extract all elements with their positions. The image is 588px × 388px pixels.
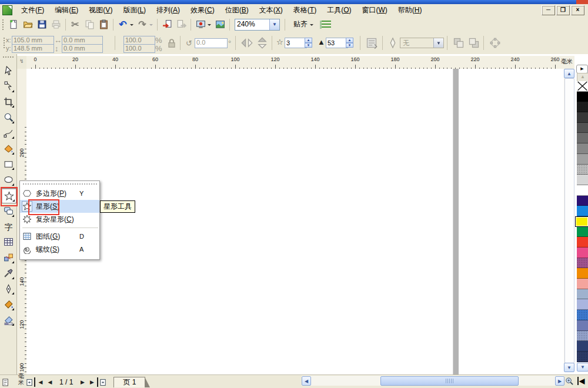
launcher-dropdown-arrow[interactable] xyxy=(208,24,211,28)
palette-swatch-40-black[interactable] xyxy=(577,154,588,165)
menu-item-f[interactable]: 文件(F) xyxy=(16,4,49,16)
close-button[interactable]: × xyxy=(571,5,584,15)
palette-swatch-30-black[interactable] xyxy=(577,165,588,175)
cut-button[interactable]: ✂ xyxy=(69,18,82,31)
palette-swatch-yellow[interactable] xyxy=(575,216,588,227)
palette-swatch-50-black[interactable] xyxy=(577,143,588,154)
new-button[interactable] xyxy=(7,18,20,31)
menu-item-c[interactable]: 效果(C) xyxy=(185,4,220,16)
convert-to-curves-button[interactable] xyxy=(489,37,501,49)
toolbar-grip[interactable] xyxy=(2,19,5,31)
pick-tool[interactable] xyxy=(1,63,15,78)
to-front-button[interactable] xyxy=(453,37,465,49)
zoom-tool-status-icon[interactable] xyxy=(565,377,574,387)
palette-swatch-slate-blue[interactable] xyxy=(577,320,588,331)
save-button[interactable] xyxy=(35,18,48,31)
flyout-item-spiral[interactable]: 螺纹(S)A xyxy=(20,243,99,256)
x-position-field[interactable]: 105.0 mm xyxy=(12,36,54,45)
smart-fill-tool[interactable] xyxy=(1,142,15,156)
outline-width-dropdown-button[interactable]: ▼ xyxy=(433,38,443,48)
menu-item-v[interactable]: 视图(V) xyxy=(83,4,118,16)
menu-item-w[interactable]: 窗口(W) xyxy=(356,4,392,16)
lock-ratio-button[interactable] xyxy=(166,38,178,49)
export-button[interactable] xyxy=(175,18,188,31)
application-launcher-button[interactable] xyxy=(194,18,207,31)
palette-swatch-80-black[interactable] xyxy=(577,112,588,123)
view-navigator-icon[interactable]: ◀ xyxy=(577,377,584,385)
import-button[interactable] xyxy=(161,18,173,31)
star-points-spinner[interactable]: ▲▼ xyxy=(305,38,312,48)
rectangle-tool[interactable] xyxy=(1,157,15,171)
horizontal-scrollbar[interactable]: ◀ ▶ xyxy=(302,376,564,386)
flyout-item-polygon[interactable]: 多边形(P)Y xyxy=(20,187,99,200)
welcome-screen-button[interactable] xyxy=(213,18,226,31)
menu-item-e[interactable]: 编辑(E) xyxy=(49,4,83,16)
fill-tool[interactable] xyxy=(1,297,15,312)
palette-swatch-20-black[interactable] xyxy=(577,175,588,185)
palette-scroll-up-button[interactable]: ▲ xyxy=(577,73,588,82)
first-page-button[interactable]: ◀ xyxy=(34,377,45,387)
palette-swatch-magenta[interactable] xyxy=(577,247,588,258)
palette-swatch-periwinkle[interactable] xyxy=(577,299,588,310)
palette-swatch-green[interactable] xyxy=(577,227,588,238)
menu-item-a[interactable]: 排列(A) xyxy=(151,4,185,16)
palette-swatch-pink[interactable] xyxy=(577,279,588,289)
ellipse-tool[interactable] xyxy=(1,173,15,187)
print-button[interactable] xyxy=(49,18,62,31)
scroll-up-button[interactable]: ▲ xyxy=(564,69,574,78)
crop-tool[interactable] xyxy=(1,95,15,109)
paste-button[interactable] xyxy=(97,18,110,31)
mirror-vertical-button[interactable] xyxy=(256,37,268,49)
palette-swatch-none[interactable] xyxy=(577,81,588,92)
shape-tool[interactable] xyxy=(1,79,15,93)
menu-item-o[interactable]: 工具(O) xyxy=(322,4,356,16)
vertical-scrollbar[interactable]: ▲ ▼ xyxy=(564,69,574,372)
zoom-level-combo[interactable]: 240% ▼ xyxy=(235,19,280,31)
flyout-grip[interactable] xyxy=(22,183,97,186)
menu-item-x[interactable]: 文本(X) xyxy=(254,4,288,16)
text-tool[interactable]: 字 xyxy=(1,219,15,233)
redo-button[interactable]: ↷ xyxy=(136,18,149,31)
wrap-text-button[interactable] xyxy=(366,37,377,49)
sharpness-field[interactable]: 53 xyxy=(326,38,348,48)
restore-button[interactable]: ❐ xyxy=(556,5,570,15)
y-position-field[interactable]: 148.5 mm xyxy=(12,44,54,53)
snap-dropdown-arrow[interactable] xyxy=(310,24,313,28)
palette-swatch-70-black[interactable] xyxy=(577,123,588,133)
next-page-button[interactable]: ▶ xyxy=(78,377,87,387)
table-tool[interactable] xyxy=(1,235,15,249)
vertical-scroll-thumb[interactable] xyxy=(564,78,574,363)
menu-item-l[interactable]: 版面(L) xyxy=(118,4,151,16)
options-icon[interactable] xyxy=(320,21,331,29)
palette-swatch-red[interactable] xyxy=(577,237,588,247)
scroll-down-button[interactable]: ▼ xyxy=(564,363,574,372)
previous-page-button[interactable]: ◀ xyxy=(45,377,55,387)
redo-dropdown-arrow[interactable] xyxy=(149,24,153,28)
zoom-level-value[interactable]: 240% xyxy=(235,19,269,30)
ruler-origin-corner[interactable] xyxy=(17,56,27,69)
minimize-button[interactable]: ─ xyxy=(542,5,555,15)
interactive-fill-tool[interactable] xyxy=(1,313,15,327)
horizontal-scroll-thumb[interactable] xyxy=(380,376,519,386)
eyedropper-tool[interactable] xyxy=(1,266,15,280)
palette-swatch-blue[interactable] xyxy=(577,206,588,216)
palette-swatch-white[interactable] xyxy=(577,185,588,196)
scale-x-field[interactable]: 100.0 xyxy=(123,36,155,45)
snap-to-button[interactable]: 贴齐 xyxy=(291,18,310,31)
object-width-field[interactable]: 0.0 mm xyxy=(62,36,103,45)
scroll-right-button[interactable]: ▶ xyxy=(555,376,564,386)
horizontal-ruler[interactable]: 毫米020406080100120140160180200220240260 xyxy=(26,56,574,69)
scroll-left-button[interactable]: ◀ xyxy=(302,376,311,386)
to-back-button[interactable] xyxy=(468,37,480,49)
palette-swatch-90-black[interactable] xyxy=(577,102,588,112)
freehand-tool[interactable] xyxy=(1,126,15,140)
palette-swatch-powder-blue[interactable] xyxy=(577,289,588,300)
sharpness-spinner[interactable]: ▲▼ xyxy=(346,38,353,48)
last-page-button[interactable]: ▶ xyxy=(87,377,98,387)
menu-item-t[interactable]: 表格(T) xyxy=(288,4,322,16)
zoom-dropdown-button[interactable]: ▼ xyxy=(269,19,279,30)
undo-button[interactable]: ↶ xyxy=(116,18,129,31)
toolbox-grip[interactable] xyxy=(2,56,14,59)
zoom-tool[interactable] xyxy=(1,111,15,125)
blend-tool[interactable] xyxy=(1,250,15,265)
